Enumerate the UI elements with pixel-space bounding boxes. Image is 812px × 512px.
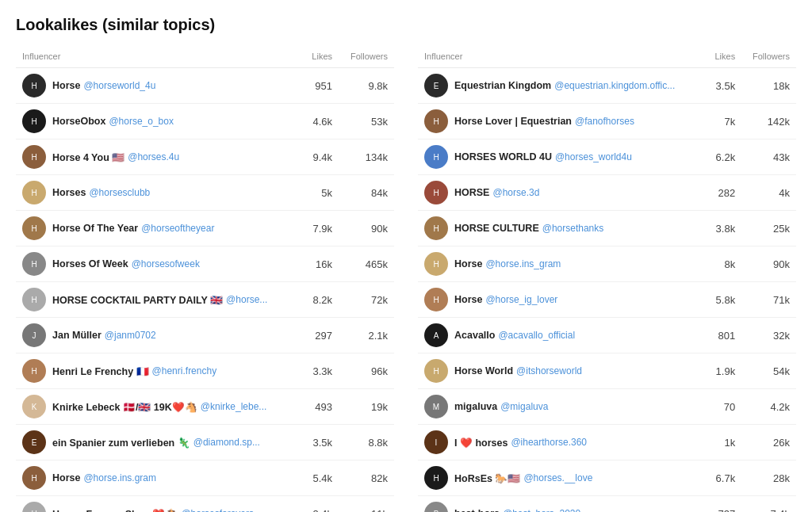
influencer-cell-4: HHORSE CULTURE @horsethanks (418, 211, 706, 246)
influencer-handle[interactable]: @horse.3d (492, 187, 539, 198)
table-row: HHorses Of Week @horsesofweek16k465k (16, 246, 394, 282)
avatar: I (424, 430, 448, 454)
influencer-name: HoRsEs 🐎🇺🇸 (454, 472, 520, 484)
likes-value: 16k (302, 246, 339, 282)
influencer-handle[interactable]: @henri.frenchy (152, 365, 217, 376)
influencer-name: Horse Lover | Equestrian (454, 116, 572, 127)
left-table-section: Influencer Likes Followers HHorse @horse… (16, 48, 394, 512)
influencer-handle[interactable]: @horsesofweek (132, 258, 200, 269)
avatar: H (22, 466, 46, 490)
followers-value: 90k (741, 246, 796, 282)
influencer-name: HORSE COCKTAIL PARTY DAILY 🇬🇧 (52, 294, 223, 306)
avatar: J (22, 323, 46, 347)
influencer-handle[interactable]: @acavallo_official (498, 330, 575, 341)
table-row: Eein Spanier zum verlieben 🦎 @diamond.sp… (16, 425, 394, 460)
avatar: H (424, 216, 448, 240)
influencer-name: Horse 4 You 🇺🇸 (52, 151, 124, 163)
influencer-handle[interactable]: @horses_world4u (555, 151, 632, 162)
followers-value: 96k (339, 353, 394, 389)
likes-value: 951 (302, 68, 339, 104)
influencer-handle[interactable]: @janm0702 (105, 330, 156, 341)
likes-value: 8k (706, 246, 741, 282)
influencer-handle[interactable]: @horses.__love (523, 472, 592, 483)
likes-value: 282 (706, 175, 741, 211)
influencer-name: Equestrian Kingdom (454, 80, 551, 91)
table-row: HHorse @horseworld_4u9519.8k (16, 68, 394, 104)
influencer-name: migaluva (454, 401, 497, 412)
avatar: B (424, 502, 448, 512)
likes-value: 727 (706, 496, 741, 513)
influencer-handle[interactable]: @horse... (226, 294, 267, 305)
likes-value: 3.5k (706, 68, 741, 104)
followers-value: 71k (741, 282, 796, 318)
influencer-handle[interactable]: @horse.ins.gram (83, 472, 156, 483)
followers-value: 84k (339, 175, 394, 211)
influencer-handle[interactable]: @horsesforevers... (181, 508, 262, 512)
table-row: HHorses @horsesclubb5k84k (16, 175, 394, 211)
table-row: KKnirke Lebeck 🇩🇰/🇬🇧 19K❤️🐴 @knirke_lebe… (16, 389, 394, 425)
page-title: Lookalikes (similar topics) (16, 16, 796, 34)
influencer-handle[interactable]: @equestrian.kingdom.offic... (554, 80, 675, 91)
influencer-cell-10: Eein Spanier zum verlieben 🦎 @diamond.sp… (16, 425, 302, 460)
influencer-handle[interactable]: @knirke_lebe... (201, 401, 267, 412)
influencer-name: Knirke Lebeck 🇩🇰/🇬🇧 19K❤️🐴 (52, 401, 197, 413)
avatar: H (22, 109, 46, 133)
avatar: H (22, 502, 46, 512)
influencer-cell-2: HHorse 4 You 🇺🇸 @horses.4u (16, 139, 302, 175)
influencer-name: Horse (52, 472, 80, 483)
right-table-section: Influencer Likes Followers EEquestrian K… (418, 48, 796, 512)
avatar: H (22, 252, 46, 276)
avatar: M (424, 395, 448, 418)
influencer-handle[interactable]: @horse_o_box (109, 116, 174, 127)
influencer-handle[interactable]: @migaluva (500, 401, 548, 412)
table-row: HHORSE CULTURE @horsethanks3.8k25k (418, 211, 796, 246)
influencer-name: HorsesForever Shop ❤️🐴 (52, 508, 178, 513)
followers-value: 82k (339, 460, 394, 496)
influencer-handle[interactable]: @horse_ig_lover (485, 294, 557, 305)
likes-value: 493 (302, 389, 339, 425)
followers-value: 2.1k (339, 318, 394, 353)
influencer-cell-2: HHORSES WORLD 4U @horses_world4u (418, 139, 706, 175)
influencer-name: Horses (52, 187, 86, 198)
avatar: K (22, 395, 46, 418)
influencer-handle[interactable]: @horses.4u (128, 151, 179, 162)
likes-value: 1.9k (706, 353, 741, 389)
influencer-cell-8: HHenri Le Frenchy 🇫🇷 @henri.frenchy (16, 353, 302, 389)
influencer-handle[interactable]: @horseworld_4u (83, 80, 155, 91)
table-row: HHorse 4 You 🇺🇸 @horses.4u9.4k134k (16, 139, 394, 175)
right-table: Influencer Likes Followers EEquestrian K… (418, 48, 796, 512)
influencer-cell-5: HHorse @horse.ins_gram (418, 246, 706, 282)
left-table: Influencer Likes Followers HHorse @horse… (16, 48, 394, 512)
influencer-name: Horse (454, 294, 482, 305)
influencer-handle[interactable]: @diamond.sp... (193, 437, 260, 448)
avatar: H (22, 359, 46, 383)
table-row: Mmigaluva @migaluva704.2k (418, 389, 796, 425)
table-row: AAcavallo @acavallo_official80132k (418, 318, 796, 353)
influencer-cell-9: Mmigaluva @migaluva (418, 389, 706, 425)
avatar: H (424, 109, 448, 133)
influencer-handle[interactable]: @horse.ins_gram (485, 258, 561, 269)
table-row: JJan Müller @janm07022972.1k (16, 318, 394, 353)
influencer-handle[interactable]: @horseoftheyear (141, 223, 214, 234)
influencer-handle[interactable]: @itshorseworld (516, 365, 582, 376)
avatar: H (22, 288, 46, 311)
influencer-cell-5: HHorses Of Week @horsesofweek (16, 246, 302, 282)
table-row: HHORSE @horse.3d2824k (418, 175, 796, 211)
likes-value: 3.8k (706, 211, 741, 246)
table-row: II ❤️ horses @ihearthorse.3601k26k (418, 425, 796, 460)
influencer-name: Henri Le Frenchy 🇫🇷 (52, 365, 149, 377)
followers-value: 53k (339, 104, 394, 139)
influencer-cell-0: HHorse @horseworld_4u (16, 68, 302, 104)
influencer-handle[interactable]: @ihearthorse.360 (511, 437, 587, 448)
avatar: H (424, 252, 448, 276)
influencer-name: HORSE (454, 187, 489, 198)
avatar: H (424, 288, 448, 311)
likes-value: 5.8k (706, 282, 741, 318)
influencer-handle[interactable]: @horsethanks (542, 223, 604, 234)
influencer-handle[interactable]: @best_hors_2020 (503, 508, 580, 512)
influencer-cell-1: HHorse Lover | Equestrian @fanofhorses (418, 104, 706, 139)
influencer-handle[interactable]: @fanofhorses (575, 116, 634, 127)
followers-value: 19k (339, 389, 394, 425)
influencer-handle[interactable]: @horsesclubb (89, 187, 150, 198)
avatar: H (424, 466, 448, 490)
